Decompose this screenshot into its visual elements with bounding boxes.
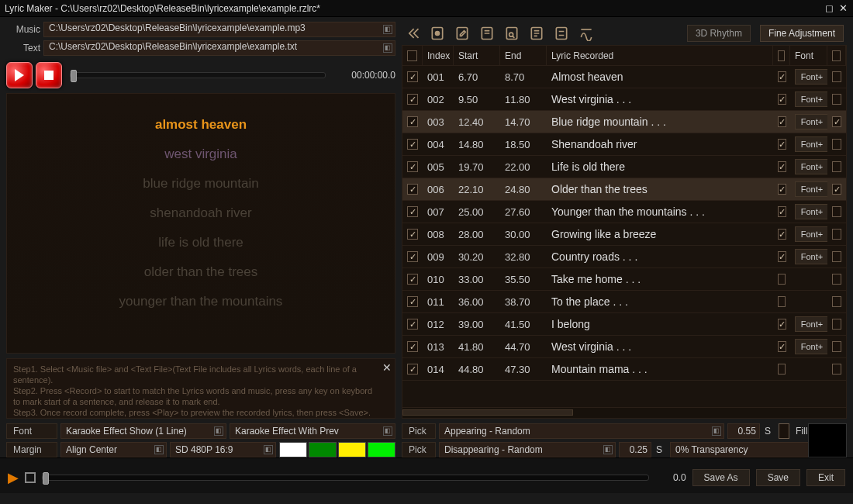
footer-stop-icon[interactable] — [25, 472, 36, 483]
row-check[interactable]: ✓ — [407, 184, 418, 195]
extra-check[interactable] — [832, 341, 841, 352]
extra-check[interactable]: ✓ — [832, 116, 841, 127]
table-row[interactable]: ✓00930.2032.80Country roads . . .✓Font+ — [402, 246, 846, 268]
font-check[interactable]: ✓ — [778, 71, 786, 82]
font-check[interactable]: ✓ — [778, 116, 786, 127]
header-extra-check[interactable] — [832, 50, 841, 61]
extra-check[interactable] — [832, 274, 841, 285]
fine-adjustment-button[interactable]: Fine Adjustment — [760, 25, 844, 42]
doc-search-icon[interactable] — [504, 25, 520, 42]
margin-button[interactable]: Margin — [6, 442, 57, 457]
font-check[interactable] — [778, 364, 786, 375]
row-check[interactable]: ✓ — [407, 71, 418, 82]
row-check[interactable]: ✓ — [407, 296, 418, 307]
extra-check[interactable] — [832, 71, 841, 82]
color-swatch[interactable] — [338, 442, 366, 457]
row-check[interactable]: ✓ — [407, 94, 418, 105]
extra-check[interactable] — [832, 229, 841, 240]
col-start[interactable]: Start — [454, 46, 500, 65]
row-check[interactable]: ✓ — [407, 274, 418, 285]
font-check[interactable]: ✓ — [778, 184, 786, 195]
table-row[interactable]: ✓0016.708.70Almost heaven✓Font+ — [402, 66, 846, 88]
extra-check[interactable] — [832, 161, 841, 172]
row-check[interactable]: ✓ — [407, 251, 418, 262]
disappearing-value[interactable]: 0.25 — [619, 442, 651, 457]
doc3-icon[interactable] — [554, 25, 569, 42]
doc1-icon[interactable] — [479, 25, 495, 42]
font-check[interactable]: ✓ — [778, 206, 786, 217]
stop-button[interactable] — [36, 62, 62, 88]
font-check[interactable] — [778, 296, 786, 307]
extra-check[interactable]: ✓ — [832, 184, 841, 195]
extra-check[interactable] — [832, 319, 841, 330]
font-check[interactable]: ✓ — [778, 341, 786, 352]
font-check[interactable] — [778, 274, 786, 285]
row-check[interactable]: ✓ — [407, 116, 418, 127]
row-check[interactable]: ✓ — [407, 161, 418, 172]
table-row[interactable]: ✓01136.0038.70To the place . . . — [402, 291, 846, 313]
header-check[interactable] — [407, 50, 417, 61]
fill-duration-check[interactable] — [779, 423, 789, 439]
table-row[interactable]: ✓00312.4014.70Blue ridge mountain . . .✓… — [402, 111, 846, 133]
header-font-check[interactable] — [778, 50, 785, 61]
align-select[interactable]: Align Center◧ — [60, 442, 167, 457]
save-button[interactable]: Save — [756, 469, 800, 486]
maximize-icon[interactable]: ◻ — [824, 3, 834, 14]
resolution-select[interactable]: SD 480P 16:9◧ — [170, 442, 276, 457]
effects-icon[interactable] — [578, 25, 594, 42]
help-close-icon[interactable]: ✕ — [382, 362, 392, 373]
col-font[interactable]: Font — [790, 46, 827, 65]
music-path-input[interactable]: C:\Users\rz02\Desktop\ReleaseBin\lyricex… — [43, 22, 395, 37]
table-row[interactable]: ✓01033.0035.50Take me home . . . — [402, 268, 846, 291]
font-plus-button[interactable]: Font+ — [795, 136, 827, 152]
col-lyric[interactable]: Lyric Recorded — [547, 46, 773, 65]
color-swatch[interactable] — [368, 442, 395, 457]
browse-music-icon[interactable]: ◧ — [383, 25, 392, 34]
font-check[interactable]: ✓ — [778, 319, 786, 330]
font-plus-button[interactable]: Font+ — [795, 226, 827, 242]
3d-rhythm-button[interactable]: 3D Rhythm — [687, 25, 751, 42]
font-plus-button[interactable]: Font+ — [795, 249, 827, 264]
font-check[interactable]: ✓ — [778, 161, 786, 172]
extra-check[interactable] — [832, 206, 841, 217]
row-check[interactable]: ✓ — [407, 229, 418, 240]
font-plus-button[interactable]: Font+ — [795, 181, 827, 197]
close-icon[interactable]: ✕ — [837, 3, 848, 14]
col-index[interactable]: Index — [423, 46, 454, 65]
font-plus-button[interactable]: Font+ — [795, 114, 827, 129]
footer-play-icon[interactable]: ▶ — [8, 469, 19, 486]
appearing-value[interactable]: 0.55 — [727, 423, 760, 439]
row-check[interactable]: ✓ — [407, 319, 418, 330]
row-check[interactable]: ✓ — [407, 341, 418, 352]
font-plus-button[interactable]: Font+ — [795, 339, 827, 354]
exit-button[interactable]: Exit — [806, 469, 845, 486]
font-check[interactable]: ✓ — [778, 251, 786, 262]
appearing-select[interactable]: Appearing - Random◧ — [439, 423, 724, 439]
edit-icon[interactable] — [454, 25, 470, 42]
table-row[interactable]: ✓00519.7022.00Life is old there✓Font+ — [402, 156, 846, 178]
col-end[interactable]: End — [500, 46, 547, 65]
font-plus-button[interactable]: Font+ — [795, 159, 827, 174]
table-row[interactable]: ✓01444.8047.30Mountain mama . . . — [402, 358, 846, 381]
font-plus-button[interactable]: Font+ — [795, 204, 827, 219]
table-row[interactable]: ✓00414.8018.50Shenandoah river✓Font+ — [402, 133, 846, 156]
table-row[interactable]: ✓01239.0041.50I belong✓Font+ — [402, 313, 846, 336]
table-row[interactable]: ✓0029.5011.80West virginia . . .✓Font+ — [402, 88, 846, 111]
table-row[interactable]: ✓00725.0027.60Younger than the mountains… — [402, 201, 846, 223]
seek-bar[interactable] — [70, 72, 326, 78]
text-path-input[interactable]: C:\Users\rz02\Desktop\ReleaseBin\lyricex… — [43, 40, 395, 56]
font-check[interactable]: ✓ — [778, 229, 786, 240]
row-check[interactable]: ✓ — [407, 206, 418, 217]
save-as-button[interactable]: Save As — [692, 469, 750, 486]
extra-check[interactable] — [832, 296, 841, 307]
row-check[interactable]: ✓ — [407, 364, 418, 375]
font-check[interactable]: ✓ — [778, 94, 786, 105]
font-plus-button[interactable]: Font+ — [795, 69, 827, 85]
record-icon[interactable] — [430, 25, 445, 42]
effect2-select[interactable]: Karaoke Effect With Prev◧ — [230, 423, 395, 439]
grid-hscroll[interactable] — [402, 407, 846, 418]
extra-check[interactable] — [832, 94, 841, 105]
extra-check[interactable] — [832, 251, 841, 262]
doc2-icon[interactable] — [529, 25, 544, 42]
browse-text-icon[interactable]: ◧ — [383, 43, 392, 53]
